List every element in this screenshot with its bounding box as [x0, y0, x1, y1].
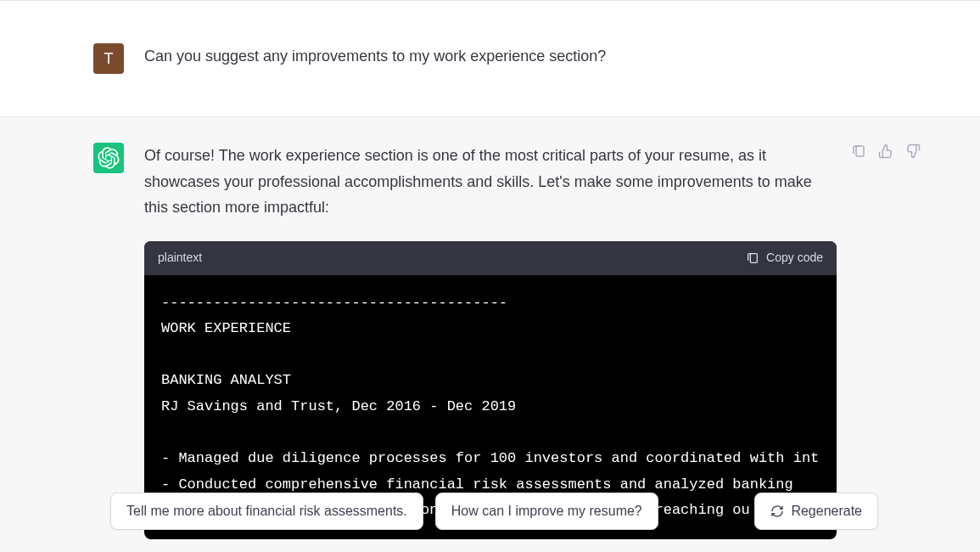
svg-rect-1 [856, 146, 864, 156]
regenerate-label: Regenerate [791, 504, 862, 519]
assistant-intro-text: Of course! The work experience section i… [144, 143, 837, 221]
code-language-label: plaintext [158, 248, 202, 268]
regenerate-button[interactable]: Regenerate [754, 493, 878, 530]
regenerate-icon [770, 504, 784, 518]
copy-message-button[interactable] [850, 143, 867, 160]
clipboard-icon [746, 251, 759, 265]
assistant-avatar [93, 143, 124, 173]
user-avatar: T [93, 43, 124, 74]
svg-rect-0 [750, 253, 757, 262]
openai-logo-icon [98, 147, 120, 169]
user-avatar-letter: T [104, 50, 114, 68]
assistant-message-row: Of course! The work experience section i… [0, 117, 980, 539]
copy-code-button[interactable]: Copy code [746, 248, 823, 268]
code-header: plaintext Copy code [144, 241, 837, 275]
suggestion-bar: Tell me more about financial risk assess… [0, 493, 980, 530]
copy-code-label: Copy code [766, 248, 823, 268]
assistant-message-content: Of course! The work experience section i… [144, 143, 837, 539]
clipboard-icon [851, 144, 866, 159]
suggestion-chip-1[interactable]: Tell me more about financial risk assess… [110, 493, 423, 530]
user-message-text: Can you suggest any improvements to my w… [144, 43, 840, 70]
thumbs-up-icon [878, 144, 893, 159]
user-message-row: T Can you suggest any improvements to my… [0, 1, 980, 117]
thumbs-up-button[interactable] [877, 143, 894, 160]
thumbs-down-button[interactable] [904, 143, 921, 160]
suggestion-chip-2[interactable]: How can I improve my resume? [435, 493, 658, 530]
thumbs-down-icon [905, 144, 921, 159]
assistant-actions [850, 143, 921, 160]
